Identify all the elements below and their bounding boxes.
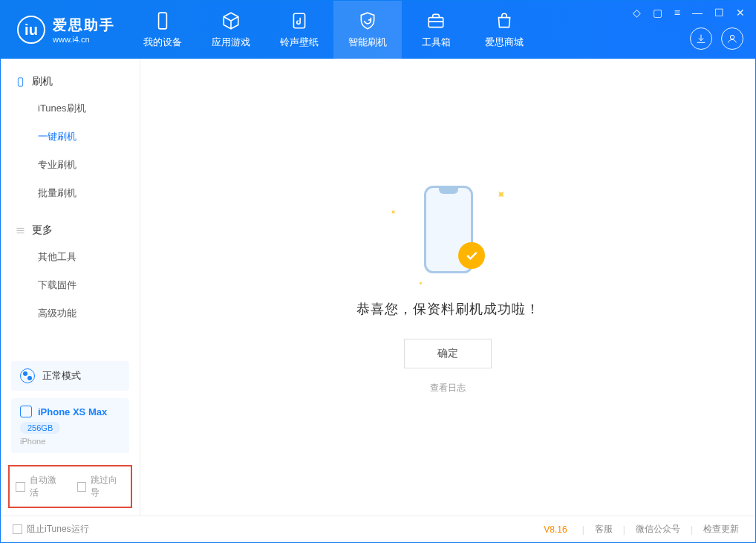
mode-label: 正常模式 — [42, 369, 81, 383]
phone-icon — [14, 76, 26, 88]
checkbox-label: 跳过向导 — [91, 474, 125, 499]
footer: 阻止iTunes运行 V8.16 | 客服 | 微信公众号 | 检查更新 — [1, 516, 755, 542]
group-title: 更多 — [32, 224, 53, 237]
body: 刷机 iTunes刷机 一键刷机 专业刷机 批量刷机 更多 其他工具 下载固件 … — [1, 59, 755, 516]
tab-label: 工具箱 — [422, 36, 451, 49]
menu-icon[interactable]: ≡ — [671, 5, 683, 20]
device-capacity: 256GB — [20, 422, 60, 434]
sidebar-item-itunes-flash[interactable]: iTunes刷机 — [1, 94, 140, 123]
sidebar-group-more: 更多 — [1, 218, 140, 243]
footer-link-check-update[interactable]: 检查更新 — [699, 523, 743, 536]
checkbox-skip-guide[interactable]: 跳过向导 — [77, 474, 126, 499]
maximize-button[interactable]: ☐ — [711, 5, 727, 20]
view-log-link[interactable]: 查看日志 — [430, 382, 466, 394]
tab-ringtone-wallpaper[interactable]: 铃声壁纸 — [265, 1, 333, 59]
sidebar-item-other-tools[interactable]: 其他工具 — [1, 243, 140, 271]
tab-label: 爱思商城 — [485, 36, 524, 49]
device-icon — [152, 10, 173, 31]
download-button[interactable] — [690, 27, 712, 50]
checkbox-auto-activate[interactable]: 自动激活 — [16, 474, 64, 499]
device-name-row: iPhone XS Max — [20, 406, 120, 417]
tab-smart-flash[interactable]: 智能刷机 — [333, 1, 402, 59]
tab-label: 智能刷机 — [348, 36, 387, 49]
brand-name: 爱思助手 — [53, 16, 115, 35]
check-badge-icon — [458, 242, 485, 269]
device-name: iPhone XS Max — [38, 406, 107, 417]
sidebar-group-flash: 刷机 — [1, 69, 140, 94]
footer-link-wechat[interactable]: 微信公众号 — [631, 523, 685, 536]
window-controls: ◇ ▢ ≡ — ☐ ✕ — [630, 5, 748, 20]
svg-rect-4 — [18, 77, 22, 85]
success-illustration: ✦ ✦ ✦ — [396, 180, 500, 284]
tab-label: 我的设备 — [143, 36, 182, 49]
sidebar-nav: 刷机 iTunes刷机 一键刷机 专业刷机 批量刷机 更多 其他工具 下载固件 … — [1, 59, 140, 354]
checkbox-icon — [16, 482, 25, 492]
device-type: iPhone — [20, 437, 120, 446]
checkbox-block-itunes[interactable]: 阻止iTunes运行 — [13, 523, 89, 536]
toolbox-icon — [426, 10, 446, 31]
sidebar: 刷机 iTunes刷机 一键刷机 专业刷机 批量刷机 更多 其他工具 下载固件 … — [1, 59, 140, 516]
tab-apps-games[interactable]: 应用游戏 — [197, 1, 265, 59]
sidebar-item-pro-flash[interactable]: 专业刷机 — [1, 151, 140, 179]
footer-link-support[interactable]: 客服 — [590, 523, 617, 536]
main-content: ✦ ✦ ✦ 恭喜您，保资料刷机成功啦！ 确定 查看日志 — [140, 59, 755, 516]
mode-icon — [20, 368, 35, 383]
tab-store[interactable]: 爱思商城 — [470, 1, 538, 59]
brand-text: 爱思助手 www.i4.cn — [53, 16, 115, 44]
sparkle-icon: ✦ — [417, 279, 425, 287]
svg-rect-0 — [159, 13, 167, 29]
tab-toolbox[interactable]: 工具箱 — [402, 1, 470, 59]
feedback-icon[interactable]: ▢ — [650, 5, 665, 20]
sidebar-item-advanced[interactable]: 高级功能 — [1, 299, 140, 328]
app-window: iu 爱思助手 www.i4.cn 我的设备 应用游戏 铃声壁纸 智能刷机 — [0, 0, 756, 543]
header-tabs: 我的设备 应用游戏 铃声壁纸 智能刷机 工具箱 爱思商城 — [128, 1, 538, 59]
sparkle-icon: ✦ — [492, 186, 509, 203]
tab-label: 应用游戏 — [212, 36, 250, 49]
checkbox-icon — [13, 524, 22, 534]
bag-icon — [494, 10, 515, 31]
minimize-button[interactable]: — — [689, 5, 706, 20]
list-icon — [14, 224, 26, 236]
version-label: V8.16 — [544, 524, 567, 535]
brand-logo-icon: iu — [17, 16, 45, 44]
shirt-icon[interactable]: ◇ — [630, 5, 644, 20]
sparkle-icon: ✦ — [388, 207, 397, 217]
shield-refresh-icon — [357, 10, 378, 31]
checkbox-label: 自动激活 — [30, 474, 64, 499]
header-actions — [690, 27, 743, 50]
music-file-icon — [289, 10, 310, 31]
sidebar-item-oneclick-flash[interactable]: 一键刷机 — [1, 123, 140, 151]
device-icon — [20, 406, 32, 417]
sidebar-item-download-firmware[interactable]: 下载固件 — [1, 271, 140, 299]
brand: iu 爱思助手 www.i4.cn — [1, 16, 128, 44]
account-button[interactable] — [721, 27, 743, 50]
sidebar-item-batch-flash[interactable]: 批量刷机 — [1, 179, 140, 207]
checkbox-label: 阻止iTunes运行 — [27, 523, 89, 536]
ok-button[interactable]: 确定 — [404, 339, 492, 368]
checkbox-icon — [77, 482, 87, 492]
brand-url: www.i4.cn — [53, 35, 115, 44]
cube-icon — [221, 10, 241, 31]
svg-rect-2 — [428, 18, 443, 27]
footer-links: V8.16 | 客服 | 微信公众号 | 检查更新 — [544, 523, 743, 536]
device-card[interactable]: iPhone XS Max 256GB iPhone — [11, 398, 129, 453]
svg-rect-1 — [293, 13, 304, 28]
header: iu 爱思助手 www.i4.cn 我的设备 应用游戏 铃声壁纸 智能刷机 — [1, 1, 755, 59]
success-message: 恭喜您，保资料刷机成功啦！ — [356, 300, 540, 318]
tab-my-device[interactable]: 我的设备 — [128, 1, 197, 59]
group-title: 刷机 — [32, 75, 53, 88]
mode-card[interactable]: 正常模式 — [11, 361, 129, 391]
close-button[interactable]: ✕ — [733, 5, 748, 20]
tab-label: 铃声壁纸 — [280, 36, 319, 49]
flash-options-box: 自动激活 跳过向导 — [8, 465, 132, 508]
sidebar-bottom: 正常模式 iPhone XS Max 256GB iPhone — [1, 354, 140, 461]
svg-point-3 — [730, 35, 734, 39]
